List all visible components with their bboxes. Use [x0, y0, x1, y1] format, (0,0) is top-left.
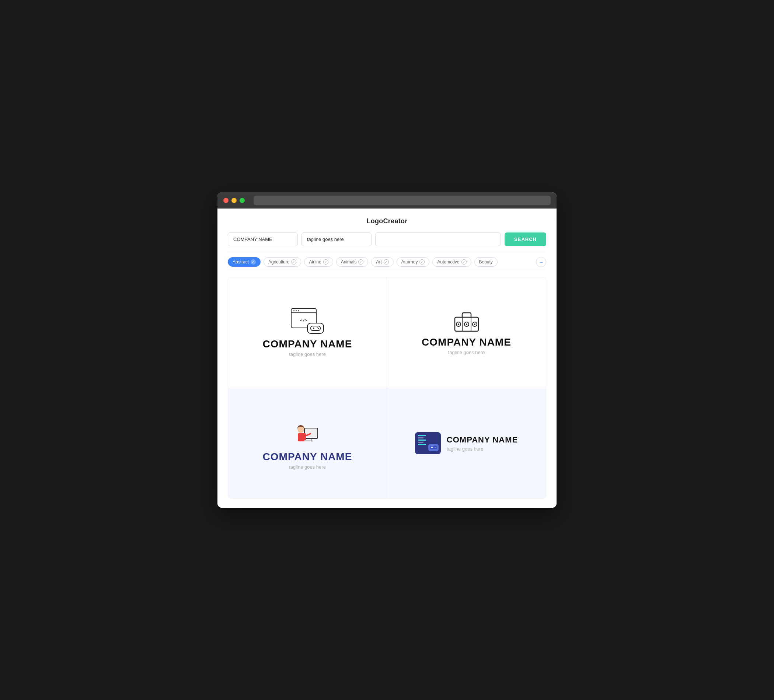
svg-point-19: [298, 426, 304, 433]
filter-animals-check: ✓: [358, 259, 364, 264]
svg-point-4: [318, 328, 319, 329]
url-bar[interactable]: [253, 196, 551, 205]
logo-card-4[interactable]: COMPANY NAME tagline goes here: [387, 388, 546, 499]
logo-card-2[interactable]: COMPANY NAME tagline goes here: [387, 277, 546, 388]
logo-card-3[interactable]: COMPANY NAME tagline goes here: [228, 388, 387, 499]
logo-3-tagline: tagline goes here: [289, 464, 326, 470]
filter-automotive-check: ✓: [461, 259, 466, 264]
company-name-input[interactable]: [228, 233, 298, 246]
filter-abstract-label: Abstract: [233, 259, 249, 264]
filter-abstract[interactable]: Abstract ✓: [228, 257, 261, 267]
filter-automotive-label: Automotive: [437, 259, 459, 264]
titlebar: [217, 192, 557, 208]
filter-art-check: ✓: [384, 259, 389, 264]
app-content: LogoCreator SEARCH Abstract ✓ Agricultur…: [217, 208, 557, 508]
filter-animals[interactable]: Animals ✓: [336, 257, 369, 267]
logo-2-icon: [452, 310, 481, 332]
filter-art-label: Art: [376, 259, 382, 264]
filter-airline-check: ✓: [323, 259, 328, 264]
filter-airline[interactable]: Airline ✓: [304, 257, 333, 267]
svg-point-24: [435, 447, 435, 447]
filter-beauty-label: Beauty: [479, 259, 493, 264]
logo-1-company: COMPANY NAME: [263, 338, 352, 350]
minimize-button[interactable]: [232, 198, 237, 203]
logo-3-company: COMPANY NAME: [263, 451, 352, 463]
logo-2-tagline: tagline goes here: [448, 350, 485, 355]
close-button[interactable]: [223, 198, 228, 203]
logo-1-tagline: tagline goes here: [289, 352, 326, 357]
filter-next-button[interactable]: →: [536, 257, 546, 267]
filter-art[interactable]: Art ✓: [371, 257, 393, 267]
logo-2-company: COMPANY NAME: [422, 336, 511, 348]
filter-bar: Abstract ✓ Agriculture ✓ Airline ✓ Anima…: [228, 253, 546, 271]
app-title: LogoCreator: [228, 217, 546, 225]
filter-agriculture-check: ✓: [291, 259, 296, 264]
search-button[interactable]: SEARCH: [504, 233, 546, 246]
svg-point-12: [466, 324, 467, 325]
svg-point-13: [474, 324, 475, 325]
logo-1-icon: </>: [291, 308, 324, 334]
filter-automotive[interactable]: Automotive ✓: [432, 257, 471, 267]
filter-attorney-check: ✓: [419, 259, 425, 264]
svg-point-25: [435, 447, 436, 448]
svg-rect-0: [311, 326, 320, 330]
filter-abstract-check: ✓: [251, 259, 256, 264]
filter-agriculture[interactable]: Agriculture ✓: [263, 257, 301, 267]
logo-grid: </> COMPANY NAME tagline goes here: [228, 277, 546, 499]
filter-attorney-label: Attorney: [401, 259, 418, 264]
filter-attorney[interactable]: Attorney ✓: [397, 257, 430, 267]
filter-agriculture-label: Agriculture: [268, 259, 289, 264]
app-window: LogoCreator SEARCH Abstract ✓ Agricultur…: [217, 192, 557, 508]
filter-animals-label: Animals: [341, 259, 357, 264]
svg-point-3: [317, 327, 318, 328]
logo-4-tagline: tagline goes here: [447, 446, 518, 452]
maximize-button[interactable]: [240, 198, 245, 203]
logo-4-company: COMPANY NAME: [447, 435, 518, 445]
keyword-input[interactable]: [375, 233, 501, 246]
svg-point-11: [458, 324, 459, 325]
filter-airline-label: Airline: [309, 259, 321, 264]
logo-card-1[interactable]: </> COMPANY NAME tagline goes here: [228, 277, 387, 388]
search-bar: SEARCH: [228, 233, 546, 246]
logo-3-icon: [293, 417, 322, 447]
filter-beauty[interactable]: Beauty: [475, 257, 498, 267]
svg-rect-20: [304, 440, 311, 441]
logo-4-icon: [415, 432, 441, 454]
tagline-input[interactable]: [301, 233, 372, 246]
logo-4-text-group: COMPANY NAME tagline goes here: [447, 435, 518, 452]
